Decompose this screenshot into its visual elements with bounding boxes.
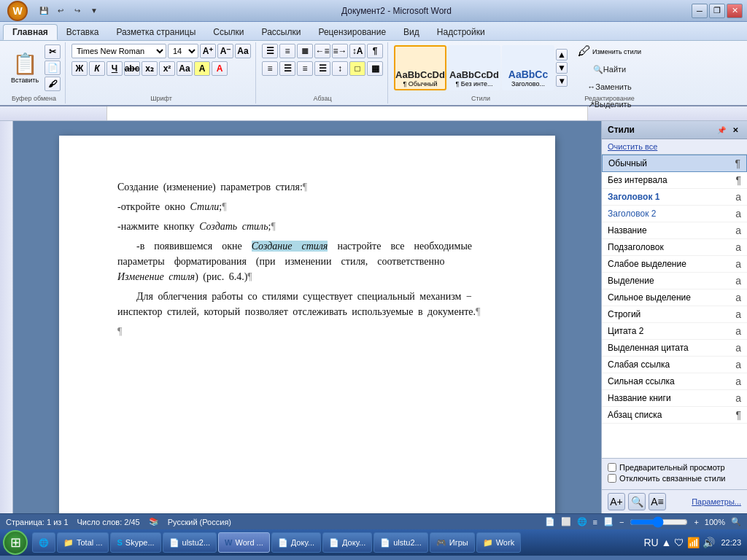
taskbar-doc2[interactable]: 📄 Доку... — [322, 532, 372, 553]
clear-format-button[interactable]: Aа — [235, 44, 251, 58]
style-item-intense-ref[interactable]: Сильная ссылка a — [602, 373, 747, 390]
format-painter-button[interactable]: 🖌 — [44, 77, 61, 91]
view-print-icon[interactable]: 📄 — [545, 517, 555, 526]
zoom-out-button[interactable]: − — [619, 518, 624, 526]
tray-volume[interactable]: 🔊 — [703, 537, 715, 548]
increase-indent-button[interactable]: ≡→ — [332, 44, 348, 58]
view-outline-icon[interactable]: ≡ — [593, 518, 597, 526]
taskbar-ie[interactable]: 🌐 — [32, 532, 55, 553]
tray-network[interactable]: 📶 — [687, 537, 700, 548]
styles-panel-close[interactable]: ✕ — [729, 124, 741, 136]
taskbar-ulstu2[interactable]: 📄 ulstu2... — [374, 532, 428, 553]
subscript-button[interactable]: x₂ — [142, 61, 158, 76]
align-center-button[interactable]: ☰ — [279, 61, 295, 76]
style-item-emphasis[interactable]: Выделение a — [602, 273, 747, 289]
replace-button[interactable]: ↔ Заменить — [602, 79, 618, 94]
tray-ru[interactable]: RU — [643, 537, 658, 548]
params-link[interactable]: Параметры... — [692, 497, 741, 506]
superscript-button[interactable]: x² — [159, 61, 175, 76]
undo-quick-btn[interactable]: ↩ — [53, 4, 68, 18]
style-heading1[interactable]: AaBbCc Заголово... — [502, 45, 554, 90]
style-normal[interactable]: AaBbCcDd ¶ Обычный — [394, 45, 446, 90]
document-page[interactable]: Создание (изменение) параметров стиля:¶ … — [59, 136, 555, 513]
justify-button[interactable]: ☰ — [314, 61, 330, 76]
font-name-select[interactable]: Times New Roman — [71, 44, 166, 58]
taskbar-word[interactable]: W Word ... — [218, 532, 270, 553]
zoom-percent-icon[interactable]: 🔍 — [731, 517, 741, 526]
highlight-button[interactable]: А — [194, 61, 210, 76]
shrink-font-button[interactable]: A⁻ — [217, 44, 233, 58]
styles-scroll-up[interactable]: ▲ — [556, 49, 568, 61]
taskbar-doc1[interactable]: 📄 Доку... — [271, 532, 321, 553]
view-draft-icon[interactable]: 📃 — [603, 517, 614, 526]
linked-checkbox[interactable] — [608, 474, 616, 483]
multilevel-button[interactable]: ≣ — [297, 44, 313, 58]
style-item-strong-em[interactable]: Сильное выделение a — [602, 289, 747, 306]
italic-button[interactable]: К — [89, 61, 105, 76]
close-button[interactable]: ✕ — [727, 4, 743, 18]
clear-all-button[interactable]: Очистить все — [602, 139, 747, 155]
grow-font-button[interactable]: A⁺ — [200, 44, 216, 58]
bold-button[interactable]: Ж — [71, 61, 88, 76]
redo-quick-btn[interactable]: ↪ — [70, 4, 85, 18]
restore-button[interactable]: ❐ — [709, 4, 725, 18]
tab-layout[interactable]: Разметка страницы — [107, 24, 204, 40]
tray-up-arrow[interactable]: ▲ — [662, 537, 672, 548]
custom-quick-btn[interactable]: ▼ — [87, 4, 101, 18]
style-item-subtle-ref[interactable]: Слабая ссылка a — [602, 357, 747, 373]
style-item-subtitle[interactable]: Подзаголовок а — [602, 239, 747, 256]
style-item-heading1[interactable]: Заголовок 1 а — [602, 189, 747, 206]
style-item-title[interactable]: Название а — [602, 222, 747, 239]
align-left-button[interactable]: ≡ — [262, 61, 278, 76]
manage-styles-button[interactable]: A≡ — [649, 493, 666, 510]
style-item-normal[interactable]: Обычный ¶ — [602, 155, 747, 172]
change-styles-btn[interactable]: 🖊 Изменить стили — [578, 44, 641, 59]
start-button[interactable]: ⊞ — [3, 530, 28, 555]
style-item-strict[interactable]: Строгий a — [602, 306, 747, 323]
find-button[interactable]: 🔍 Найти — [602, 62, 618, 77]
tab-mailings[interactable]: Рассылки — [253, 24, 310, 40]
paste-button[interactable]: 📋 Вставить — [7, 45, 42, 90]
save-quick-btn[interactable]: 💾 — [36, 4, 51, 18]
font-color-button[interactable]: А — [212, 61, 228, 76]
tab-references[interactable]: Ссылки — [204, 24, 252, 40]
tab-home[interactable]: Главная — [3, 24, 58, 40]
decrease-indent-button[interactable]: ←≡ — [314, 44, 330, 58]
align-right-button[interactable]: ≡ — [297, 61, 313, 76]
tab-insert[interactable]: Вставка — [58, 24, 108, 40]
styles-scroll-down[interactable]: ▼ — [556, 62, 568, 74]
style-item-intense-quote[interactable]: Выделенная цитата а — [602, 340, 747, 357]
style-inspector-button[interactable]: 🔍 — [628, 493, 646, 510]
style-item-heading2[interactable]: Заголовок 2 а — [602, 206, 747, 222]
strikethrough-button[interactable]: abc — [124, 61, 140, 76]
zoom-slider[interactable] — [630, 517, 688, 527]
taskbar-total[interactable]: 📁 Total ... — [57, 532, 109, 553]
copy-button[interactable]: 📄 — [44, 61, 61, 75]
style-item-quote2[interactable]: Цитата 2 а — [602, 323, 747, 340]
font-size-select[interactable]: 14 — [168, 44, 198, 58]
tray-antivirus[interactable]: 🛡 — [674, 537, 684, 548]
underline-button[interactable]: Ч — [107, 61, 123, 76]
show-marks-button[interactable]: ¶ — [367, 44, 383, 58]
styles-more[interactable]: ▾ — [556, 75, 568, 87]
style-item-no-spacing[interactable]: Без интервала ¶ — [602, 172, 747, 189]
zoom-in-button[interactable]: + — [694, 518, 698, 526]
styles-panel-pin[interactable]: 📌 — [716, 124, 727, 136]
tab-review[interactable]: Рецензирование — [309, 24, 395, 40]
style-item-subtle-em[interactable]: Слабое выделение a — [602, 256, 747, 273]
taskbar-skype[interactable]: S Skype... — [110, 532, 160, 553]
spell-check-icon[interactable]: 📚 — [149, 517, 159, 526]
cut-button[interactable]: ✂ — [44, 44, 61, 59]
document-area[interactable]: Создание (изменение) параметров стиля:¶ … — [13, 121, 601, 513]
taskbar-games[interactable]: 🎮 Игры — [430, 532, 475, 553]
style-item-book-title[interactable]: Название книги a — [602, 390, 747, 407]
preview-checkbox[interactable] — [608, 463, 616, 472]
shading-button[interactable]: □ — [349, 61, 365, 76]
sort-button[interactable]: ↕A — [349, 44, 365, 58]
case-button[interactable]: Аа — [177, 61, 193, 76]
bullets-button[interactable]: ☰ — [262, 44, 278, 58]
style-no-spacing[interactable]: AaBbCcDd ¶ Без инте... — [448, 45, 500, 90]
style-item-list-para[interactable]: Абзац списка ¶ — [602, 407, 747, 424]
new-style-button[interactable]: A+ — [608, 493, 625, 510]
minimize-button[interactable]: ─ — [692, 4, 708, 18]
